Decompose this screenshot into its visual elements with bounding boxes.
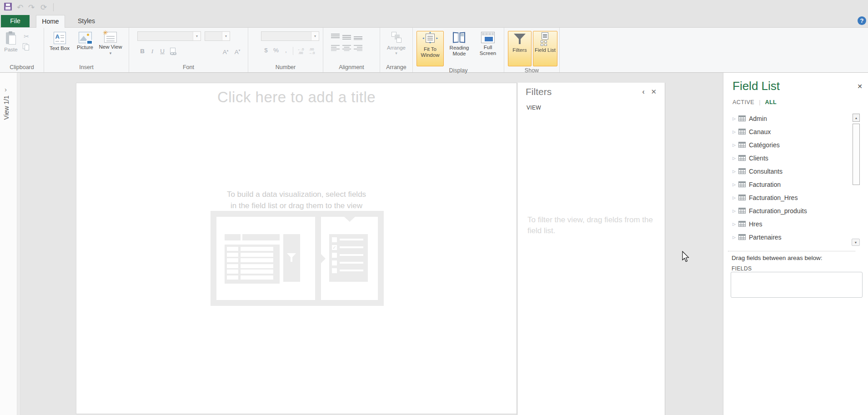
decrease-decimal-icon[interactable]: .00→.0 (306, 46, 317, 55)
font-name-combobox[interactable]: ▾ (137, 31, 201, 41)
hyperlink-icon[interactable] (169, 48, 177, 56)
views-pane: › View 1/1 (0, 73, 17, 415)
table-icon (738, 129, 746, 135)
pane-splitter[interactable] (17, 73, 20, 415)
tab-file[interactable]: File (1, 15, 30, 27)
scroll-down-icon[interactable]: ▼ (852, 239, 860, 246)
table-list-item[interactable]: ▷ Consultants (733, 165, 848, 178)
tab-all-fields[interactable]: ALL (765, 99, 777, 105)
table-list-item[interactable]: ▷ Partenaires (733, 230, 848, 244)
arrange-button[interactable]: Arrange ▾ (383, 31, 410, 55)
dropdown-caret-icon: ▾ (110, 51, 112, 55)
table-icon (738, 168, 746, 174)
table-list-item[interactable]: ▷ Hres (733, 217, 848, 230)
expand-arrow-icon[interactable]: ▷ (733, 143, 738, 147)
field-list-icon (539, 32, 551, 46)
expand-arrow-icon[interactable]: ▷ (733, 116, 738, 121)
chevron-down-icon: ▾ (222, 32, 230, 40)
reading-mode-button[interactable]: Reading Mode (446, 31, 473, 57)
table-list-item[interactable]: ▷ Facturation (733, 178, 848, 191)
report-canvas[interactable]: Click here to add a title To build a dat… (76, 83, 517, 414)
align-middle-icon[interactable] (342, 33, 351, 40)
expand-arrow-icon[interactable]: ▷ (733, 182, 738, 187)
percent-format-button[interactable]: % (271, 45, 281, 55)
italic-button[interactable]: I (147, 46, 157, 56)
expand-arrow-icon[interactable]: ▷ (733, 209, 738, 213)
table-icon (738, 115, 746, 121)
filters-hint-text: To filter the view, drag fields from the… (527, 215, 657, 236)
shrink-font-button[interactable]: A▾ (231, 45, 243, 57)
refresh-icon[interactable]: ⟳ (39, 2, 49, 12)
expand-arrow-icon[interactable]: ▷ (733, 222, 738, 226)
bold-button[interactable]: B (137, 46, 147, 56)
fit-to-window-button[interactable]: ▴ ▾ ◂ ▸ Fit To Window (416, 31, 444, 66)
table-list-item[interactable]: ▷ Canaux (733, 125, 848, 138)
group-label-font: Font (129, 63, 248, 72)
currency-format-button[interactable]: $ (261, 45, 271, 55)
new-view-icon: ✳ (104, 32, 117, 43)
underline-button[interactable]: U (157, 46, 167, 56)
tab-styles[interactable]: Styles (72, 15, 101, 27)
font-size-combobox[interactable]: ▾ (205, 31, 230, 41)
close-field-list-icon[interactable]: ✕ (857, 83, 863, 90)
expand-arrow-icon[interactable]: ▷ (733, 156, 738, 160)
canvas-hint-text: To build a data visualization, select fi… (76, 189, 517, 211)
cut-icon[interactable]: ✂ (22, 32, 31, 41)
help-icon[interactable]: ? (858, 16, 866, 25)
scrollbar-thumb[interactable] (853, 124, 860, 185)
ribbon: Paste ✂ Clipboard A Text Box Picture (0, 27, 868, 73)
field-list-toggle-button[interactable]: Field List (533, 31, 557, 66)
tables-list: ▷ Admin ▷ (733, 112, 848, 245)
tab-home[interactable]: Home (36, 15, 65, 28)
align-center-icon[interactable] (342, 44, 351, 51)
title-placeholder[interactable]: Click here to add a title (76, 89, 517, 106)
paste-button[interactable]: Paste (0, 31, 22, 53)
filters-toggle-button[interactable]: Filters (508, 31, 532, 66)
picture-icon (79, 32, 92, 43)
scroll-up-icon[interactable]: ▲ (853, 114, 860, 122)
align-left-icon[interactable] (331, 44, 340, 51)
align-bottom-icon[interactable] (354, 33, 362, 40)
close-filters-icon[interactable]: ✕ (651, 88, 657, 96)
group-arrange: Arrange ▾ Arrange (380, 28, 413, 72)
drag-fields-hint: Drag fields between areas below: (732, 255, 823, 261)
table-icon (738, 155, 746, 161)
view-counter-label: View 1/1 (3, 95, 10, 120)
full-screen-button[interactable]: Full Screen (475, 31, 501, 56)
redo-icon[interactable]: ↷ (26, 2, 36, 12)
group-show: Filters Field List Show (504, 28, 560, 72)
table-list-item[interactable]: ▷ Catégories (733, 138, 848, 151)
expand-arrow-icon[interactable]: ▷ (733, 130, 738, 134)
save-icon[interactable] (4, 3, 12, 10)
text-box-button[interactable]: A Text Box (47, 31, 72, 51)
expand-arrow-icon[interactable]: ▷ (733, 235, 738, 240)
picture-button[interactable]: Picture (72, 31, 98, 50)
paste-icon (5, 32, 17, 45)
expand-arrow-icon[interactable]: ▷ (733, 169, 738, 174)
group-alignment: Alignment (323, 28, 380, 72)
align-right-icon[interactable] (354, 44, 362, 51)
new-view-button[interactable]: ✳ New View ▾ (98, 31, 123, 56)
tab-active-fields[interactable]: ACTIVE (733, 99, 754, 105)
field-list-title: Field List (733, 79, 780, 93)
group-label-alignment: Alignment (323, 63, 380, 72)
table-list-item[interactable]: ▷ Facturation_Hres (733, 191, 848, 204)
table-list-item[interactable]: ▷ Admin (733, 112, 848, 125)
collapse-filters-icon[interactable]: ‹ (642, 87, 645, 96)
number-format-combobox[interactable]: ▾ (261, 31, 319, 41)
expand-arrow-icon[interactable]: ▷ (733, 195, 738, 200)
copy-icon[interactable] (22, 43, 30, 51)
fields-drop-zone[interactable] (731, 272, 863, 298)
expand-views-icon[interactable]: › (5, 85, 7, 93)
placeholder-funnel-icon (283, 234, 300, 282)
table-list-item[interactable]: ▷ Clients (733, 151, 848, 165)
undo-icon[interactable]: ↶ (15, 2, 25, 12)
arrange-icon (391, 32, 402, 44)
comma-format-button[interactable]: , (281, 45, 291, 55)
increase-decimal-icon[interactable]: ←.0.00 (295, 46, 306, 55)
align-top-icon[interactable] (331, 33, 340, 40)
table-list-item[interactable]: ▷ Facturation_produits (733, 204, 848, 217)
grow-font-button[interactable]: A▴ (220, 45, 231, 57)
filters-scope-label: VIEW (527, 105, 541, 111)
table-icon (738, 221, 746, 227)
